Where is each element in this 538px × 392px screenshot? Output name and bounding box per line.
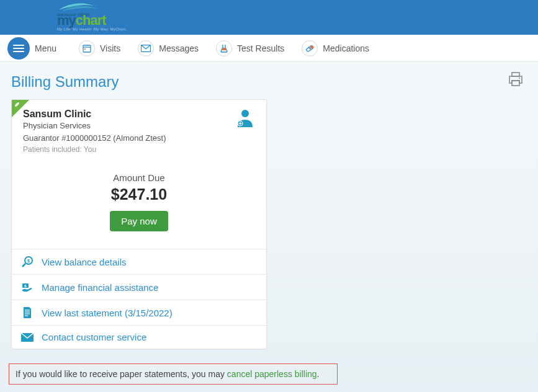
nav-bar: Menu Visits Messages Test Results Medica…	[0, 35, 538, 62]
pay-now-button[interactable]: Pay now	[110, 211, 168, 231]
menu-label[interactable]: Menu	[35, 43, 56, 53]
menu-button[interactable]	[7, 37, 30, 60]
view-last-statement-link[interactable]: View last statement (3/15/2022)	[12, 300, 266, 325]
svg-point-9	[241, 110, 249, 117]
nav-visits[interactable]: Visits	[73, 38, 127, 59]
provider-icon	[236, 109, 255, 155]
page-title: Billing Summary	[11, 73, 523, 91]
logo-swoosh-icon	[57, 4, 113, 12]
svg-rect-2	[84, 48, 86, 50]
nav-test-results[interactable]: Test Results	[210, 38, 290, 59]
logo-text: mychart	[57, 14, 127, 27]
patients-line: Patients included: You	[23, 144, 166, 155]
account-card: Sansum Clinic Physician Services Guarant…	[11, 99, 267, 349]
print-button[interactable]	[507, 71, 524, 91]
amount-due-value: $247.10	[12, 185, 266, 203]
action-label: Manage financial assistance	[42, 282, 158, 293]
paperless-notice: If you would like to receive paper state…	[9, 363, 338, 385]
nav-item-label: Test Results	[237, 43, 284, 53]
manage-financial-assistance-link[interactable]: $ Manage financial assistance	[12, 274, 266, 300]
amount-due-label: Amount Due	[12, 172, 266, 183]
contact-customer-service-link[interactable]: Contact customer service	[12, 325, 266, 349]
action-label: Contact customer service	[42, 332, 146, 342]
cancel-paperless-link[interactable]: cancel paperless billing	[227, 369, 317, 379]
document-icon	[20, 306, 34, 319]
envelope-icon	[138, 40, 154, 56]
svg-rect-6	[512, 73, 519, 76]
hand-dollar-icon: $	[20, 281, 34, 293]
content-area: Billing Summary Sansum Clinic Physician …	[0, 62, 538, 349]
view-balance-details-link[interactable]: $ View balance details	[12, 249, 266, 274]
nav-item-label: Visits	[100, 43, 120, 53]
logo[interactable]: sansum clinic mychart My Life. My Health…	[57, 4, 127, 31]
nav-messages[interactable]: Messages	[132, 38, 205, 59]
envelope-solid-icon	[20, 333, 34, 342]
provider-name: Sansum Clinic	[23, 109, 166, 120]
svg-rect-0	[83, 45, 91, 52]
printer-icon	[507, 71, 524, 88]
pill-icon	[302, 40, 318, 56]
hamburger-icon	[13, 45, 24, 52]
logo-tagline: My Life. My Health. My Way. MyChart.	[57, 27, 127, 31]
notice-suffix: .	[317, 369, 320, 379]
nav-item-label: Medications	[323, 43, 369, 53]
leaf-icon	[14, 101, 20, 109]
action-label: View balance details	[42, 257, 126, 267]
svg-line-14	[22, 264, 25, 267]
svg-rect-7	[512, 81, 519, 86]
nav-medications[interactable]: Medications	[295, 38, 375, 59]
calendar-icon	[79, 40, 95, 56]
action-label: View last statement (3/15/2022)	[42, 308, 173, 318]
svg-point-8	[519, 78, 520, 79]
notice-prefix: If you would like to receive paper state…	[16, 369, 227, 379]
svg-text:$: $	[27, 259, 30, 264]
nav-item-label: Messages	[159, 43, 199, 53]
top-banner: sansum clinic mychart My Life. My Health…	[0, 0, 538, 35]
service-type: Physician Services	[23, 120, 166, 132]
magnifier-dollar-icon: $	[20, 256, 34, 268]
flask-icon	[216, 40, 232, 56]
guarantor-line: Guarantor #1000000152 (Almond Ztest)	[23, 132, 166, 145]
